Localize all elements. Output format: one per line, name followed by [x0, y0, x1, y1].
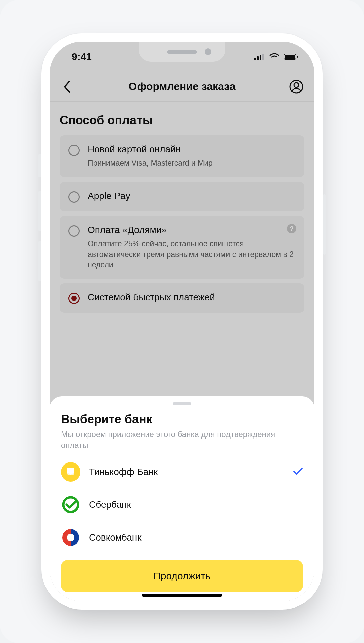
screen: 9:41: [50, 42, 314, 601]
bank-option-sovcom[interactable]: Совкомбанк: [61, 521, 303, 554]
sber-icon: [61, 495, 80, 514]
bank-option-tinkoff[interactable]: Тинькофф Банк: [61, 455, 303, 488]
phone-frame: 9:41: [41, 33, 323, 610]
side-button: [38, 154, 41, 177]
side-button: [38, 191, 41, 231]
sovcom-icon: [61, 528, 80, 547]
sheet-subtitle: Мы откроем приложение этого банка для по…: [61, 429, 303, 451]
check-icon: [293, 467, 303, 477]
bank-list: Тинькофф Банк: [61, 455, 303, 554]
bank-label: Сбербанк: [89, 499, 303, 510]
side-button: [38, 241, 41, 281]
bank-label: Тинькофф Банк: [89, 467, 284, 477]
bank-label: Совкомбанк: [89, 532, 303, 543]
bank-option-sber[interactable]: Сбербанк: [61, 488, 303, 521]
tinkoff-icon: [61, 462, 80, 482]
side-button: [323, 194, 326, 255]
home-indicator[interactable]: [142, 594, 222, 597]
sheet-grabber[interactable]: [173, 402, 191, 405]
sheet-title: Выберите банк: [61, 412, 303, 426]
stage: 9:41: [0, 0, 364, 643]
bank-select-sheet: Выберите банк Мы откроем приложение этог…: [50, 396, 314, 601]
continue-button[interactable]: Продолжить: [61, 560, 303, 592]
svg-point-12: [67, 534, 74, 541]
